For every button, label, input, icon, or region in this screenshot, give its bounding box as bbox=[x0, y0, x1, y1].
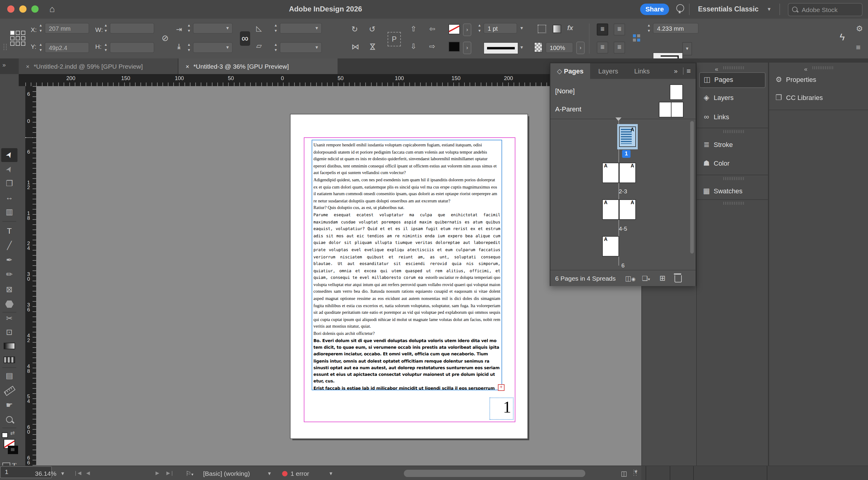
parent-none-thumbnail[interactable] bbox=[670, 84, 683, 100]
learn-lightbulb-icon[interactable] bbox=[676, 4, 684, 12]
resize-grip[interactable] bbox=[633, 470, 638, 477]
close-icon[interactable]: × bbox=[26, 63, 30, 70]
content-collector-tool[interactable]: ▥ bbox=[0, 206, 19, 219]
page-tool[interactable]: ❐ bbox=[0, 178, 19, 191]
w-field[interactable] bbox=[110, 23, 154, 34]
parent-spread-thumbnail-right[interactable] bbox=[671, 102, 684, 117]
next-page-icon[interactable]: ▶ bbox=[156, 466, 159, 480]
wrap-around-object-button[interactable]: ≣ bbox=[597, 41, 608, 54]
page-thumbnail[interactable]: A bbox=[602, 236, 619, 256]
hand-tool[interactable]: ☛ bbox=[0, 399, 19, 413]
parent-page-none[interactable]: [None] bbox=[550, 84, 695, 99]
document-tab-untitled-2[interactable]: ×*Untitled-2.indd @ 59% [GPU Preview] bbox=[19, 59, 179, 74]
wrap-offset-field[interactable]: 4.233 mm bbox=[653, 23, 699, 34]
constrain-broken-chain-icon[interactable]: ⊘ bbox=[161, 33, 168, 43]
x-stepper[interactable]: ▲▼ bbox=[37, 23, 44, 34]
panel-menu-icon[interactable]: ≡ bbox=[856, 43, 861, 52]
parent-spread-thumbnail-left[interactable] bbox=[659, 102, 672, 117]
wrap-offset-stepper[interactable]: ▲▼ bbox=[646, 23, 652, 34]
workspace-switcher[interactable]: Essentials Classic bbox=[698, 5, 758, 13]
no-text-wrap-button[interactable]: ≣ bbox=[597, 24, 608, 36]
stroke-color-swatch[interactable] bbox=[448, 41, 460, 52]
gear-icon[interactable]: ⚙ bbox=[856, 24, 863, 33]
stroke-style-preview[interactable] bbox=[484, 42, 518, 54]
stroke-weight-stepper[interactable]: ▲▼ bbox=[476, 23, 483, 34]
send-backward-icon[interactable]: ⇩ bbox=[410, 42, 416, 50]
default-fill-stroke-icon[interactable] bbox=[2, 433, 7, 437]
stroke-weight-field[interactable]: 1 pt bbox=[484, 23, 517, 34]
pen-tool[interactable]: ✒ bbox=[0, 254, 19, 267]
spread-view-icon[interactable]: ◫ bbox=[621, 466, 627, 480]
delete-page-icon[interactable] bbox=[675, 270, 682, 282]
frame-tool[interactable]: ⊠ bbox=[0, 284, 19, 297]
page-thumbnail[interactable]: A bbox=[619, 199, 636, 220]
tab-layers[interactable]: Layers bbox=[591, 63, 626, 79]
w-stepper[interactable]: ▲▼ bbox=[102, 23, 109, 34]
page-thumbnail[interactable]: A bbox=[602, 163, 619, 183]
selection-tool[interactable]: ➤ bbox=[0, 149, 19, 162]
scale-x-stepper[interactable]: ▲▼ bbox=[186, 23, 192, 34]
zoom-level[interactable]: 36.14% bbox=[35, 466, 56, 480]
share-button[interactable]: Share bbox=[640, 4, 669, 15]
corner-options-icon[interactable] bbox=[538, 25, 546, 33]
bring-to-front-icon[interactable]: ⇦ bbox=[429, 25, 435, 33]
horizontal-scrollbar-thumb[interactable] bbox=[404, 470, 585, 477]
dock-item-links[interactable]: ∞Links bbox=[699, 110, 764, 124]
dock-item-swatches[interactable]: ▦Swatches bbox=[699, 184, 764, 198]
dock-item-properties[interactable]: ⚙Properties bbox=[772, 72, 865, 87]
swap-fill-stroke-icon[interactable]: ⇄ bbox=[10, 430, 15, 436]
dock-grip[interactable] bbox=[723, 130, 744, 133]
horizontal-ruler[interactable]: 20015010050050100150200 bbox=[25, 74, 641, 86]
y-field[interactable]: 49p2.4 bbox=[44, 42, 89, 53]
send-to-back-icon[interactable]: ⇨ bbox=[429, 42, 435, 50]
chevron-down-icon[interactable]: ▼ bbox=[315, 26, 319, 30]
effects-fx-icon[interactable]: fx bbox=[567, 24, 573, 31]
expand-panels-icon[interactable]: » bbox=[2, 61, 5, 68]
chevron-down-icon[interactable]: ▼ bbox=[520, 45, 524, 49]
dock-grip[interactable] bbox=[723, 66, 744, 69]
type-tool[interactable]: T bbox=[0, 225, 19, 239]
error-count[interactable]: 1 error bbox=[290, 466, 309, 480]
dock-grip[interactable] bbox=[812, 66, 833, 69]
close-icon[interactable]: × bbox=[186, 63, 189, 70]
parent-page-a-parent[interactable]: A-Parent bbox=[550, 101, 695, 117]
flip-vertical-icon[interactable]: ⋈ bbox=[368, 43, 377, 50]
page-thumbnail[interactable]: A bbox=[619, 163, 636, 183]
wrap-around-bounding-box-button[interactable]: ≣ bbox=[614, 24, 625, 36]
page-number-frame[interactable]: 1 bbox=[490, 398, 514, 420]
rotate-angle-stepper[interactable]: ▲▼ bbox=[273, 23, 279, 34]
note-tool[interactable]: ▤ bbox=[0, 370, 19, 383]
text-frame[interactable]: Usanit rempore hendell enihil iusdantia … bbox=[312, 140, 502, 390]
h-stepper[interactable]: ▲▼ bbox=[102, 42, 109, 53]
panel-grip[interactable] bbox=[3, 44, 8, 51]
scale-y-stepper[interactable]: ▲▼ bbox=[186, 42, 192, 53]
chevron-down-icon[interactable]: ▼ bbox=[225, 45, 230, 49]
dock-grip[interactable] bbox=[723, 202, 744, 205]
scissors-tool[interactable]: ✂ bbox=[0, 313, 19, 326]
x-field[interactable]: 207 mm bbox=[44, 23, 89, 34]
shape-tool[interactable] bbox=[0, 298, 19, 311]
preflight-profile[interactable]: [Basic] (working) bbox=[203, 466, 250, 480]
jump-object-button[interactable]: ≣ bbox=[614, 41, 625, 54]
vertical-ruler[interactable]: 6061 21 82 43 03 64 24 85 46 06 6 bbox=[25, 86, 36, 466]
adobe-stock-search[interactable]: Adobe Stock bbox=[788, 3, 863, 16]
gradient-icon[interactable] bbox=[553, 25, 561, 33]
pencil-tool[interactable]: ✏ bbox=[0, 269, 19, 282]
dock-item-color[interactable]: ☗Color bbox=[699, 156, 764, 170]
stroke-swatch[interactable] bbox=[8, 446, 18, 454]
chevron-down-icon[interactable]: ▼ bbox=[267, 467, 272, 480]
y-stepper[interactable]: ▲▼ bbox=[37, 42, 44, 53]
chevron-down-icon[interactable]: ▼ bbox=[60, 467, 65, 480]
gradient-swatch-tool[interactable] bbox=[0, 340, 19, 353]
opacity-options-button[interactable]: › bbox=[576, 41, 585, 54]
spread-label[interactable]: 4-5 bbox=[550, 225, 695, 232]
spread-label[interactable]: 6 bbox=[550, 262, 695, 269]
shear-angle-stepper[interactable]: ▲▼ bbox=[273, 42, 279, 53]
dock-item-pages[interactable]: ◫Pages bbox=[699, 72, 766, 88]
chevron-down-icon[interactable]: ▼ bbox=[315, 45, 319, 49]
zoom-tool[interactable] bbox=[0, 414, 19, 427]
select-container-icon[interactable]: P bbox=[388, 32, 401, 46]
pages-scrollbar[interactable] bbox=[690, 121, 694, 253]
line-tool[interactable]: ╱ bbox=[0, 240, 19, 253]
preflight-icon[interactable]: ⚐▾ bbox=[186, 466, 193, 480]
